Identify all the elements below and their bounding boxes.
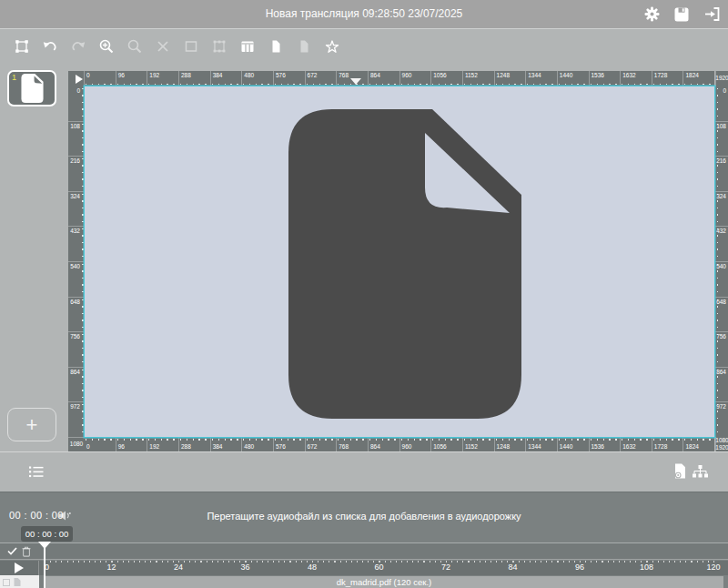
- ruler-origin-corner: [68, 71, 85, 86]
- ruler-segment: 972: [715, 401, 728, 437]
- audio-list-button[interactable]: [29, 466, 44, 478]
- confirm-button[interactable]: [7, 547, 17, 555]
- ruler-label: 288: [181, 444, 191, 451]
- ruler-segment: 540: [68, 261, 85, 297]
- ruler-segment: 1728: [652, 437, 683, 451]
- ruler-ticks: [82, 370, 84, 400]
- redo-arrow-icon: [69, 37, 87, 56]
- ruler-segment: 1056: [430, 71, 462, 86]
- ruler-label: 1248: [497, 73, 510, 79]
- ruler-label: 1920: [715, 76, 728, 82]
- ruler-ticks: [243, 84, 271, 86]
- ruler-segment: 960: [399, 71, 431, 86]
- zoom-out-button[interactable]: [120, 33, 148, 60]
- play-button[interactable]: [0, 561, 39, 575]
- undo-button[interactable]: [35, 33, 64, 60]
- ruler-ticks: [717, 404, 719, 435]
- horizontal-ruler-top[interactable]: 0961922883844805766727688649601056115212…: [85, 71, 714, 86]
- ruler-segment: 1152: [462, 71, 494, 86]
- title-bar: Новая трансляция 09:28:50 23/07/2025: [0, 0, 728, 29]
- ruler-label: 384: [213, 444, 223, 451]
- save-button[interactable]: [672, 5, 691, 24]
- ruler-ticks: [717, 124, 719, 155]
- ruler-segment: 1056: [430, 437, 462, 451]
- copy-document-icon: [267, 37, 285, 56]
- timeline-ruler[interactable]: 01224364860728496108120: [39, 561, 728, 575]
- volume-button[interactable]: [58, 510, 72, 522]
- ruler-label: 480: [244, 444, 254, 451]
- timeline-second-label: 96: [575, 563, 584, 572]
- pdf-track[interactable]: dk_madrid.pdf (120 сек.): [45, 576, 723, 588]
- undo-arrow-icon: [41, 37, 59, 56]
- ruler-label: 1080: [70, 441, 83, 448]
- ruler-ticks: [369, 84, 398, 86]
- window-title: Новая трансляция 09:28:50 23/07/2025: [0, 0, 728, 28]
- ruler-segment: 96: [116, 437, 147, 451]
- ruler-ticks: [496, 439, 524, 441]
- delete-track-button[interactable]: [22, 546, 31, 557]
- file-settings-button[interactable]: [674, 463, 686, 479]
- ruler-ticks: [401, 84, 430, 86]
- ruler-segment: 648: [68, 297, 85, 332]
- ruler-segment: 288: [178, 71, 210, 86]
- rectangle-button[interactable]: [177, 33, 205, 60]
- timeline-second-label: 48: [308, 563, 317, 572]
- favorite-button[interactable]: [318, 33, 346, 60]
- settings-button[interactable]: [642, 5, 661, 24]
- ruler-segment: 384: [210, 437, 242, 451]
- ruler-ticks: [86, 439, 114, 441]
- ruler-ticks: [275, 84, 303, 86]
- ruler-segment: 1632: [620, 437, 652, 451]
- ruler-ticks: [338, 439, 366, 441]
- ruler-segment: 864: [368, 71, 399, 86]
- structure-button[interactable]: [693, 465, 708, 478]
- horizontal-ruler-bottom[interactable]: 0961922883844805766727688649601056115212…: [85, 437, 714, 451]
- page-icon: [14, 578, 21, 586]
- slide-canvas[interactable]: [85, 86, 714, 437]
- ruler-label: 0: [723, 88, 726, 95]
- zoom-in-button[interactable]: [92, 33, 120, 60]
- exit-button[interactable]: [703, 5, 721, 24]
- copy-button[interactable]: [261, 33, 289, 60]
- ruler-segment: 1536: [589, 437, 621, 451]
- ruler-ticks: [622, 84, 650, 86]
- ruler-label: 972: [70, 404, 80, 411]
- ruler-segment: 108: [715, 121, 728, 157]
- ruler-segment: 1344: [525, 437, 557, 451]
- paste-button[interactable]: [289, 33, 318, 60]
- ruler-label: 1152: [465, 73, 478, 79]
- ruler-segment: 0: [85, 437, 116, 451]
- ruler-segment: 108: [68, 121, 85, 157]
- slide-thumbnail-1[interactable]: 1: [7, 70, 56, 106]
- ruler-label: 768: [339, 444, 349, 451]
- ruler-label: 384: [213, 73, 223, 79]
- playhead-line[interactable]: [44, 548, 46, 588]
- ruler-label: 192: [149, 73, 159, 79]
- ruler-label: 1632: [622, 73, 635, 79]
- crop-button[interactable]: [205, 33, 233, 60]
- ruler-label: 1344: [528, 444, 541, 451]
- ruler-ticks: [148, 439, 177, 441]
- star-icon: [323, 37, 341, 56]
- checkbox-icon[interactable]: [3, 579, 10, 586]
- vertical-ruler-left[interactable]: 0108216324432540648756864972: [68, 86, 85, 437]
- ruler-segment: 1152: [462, 437, 494, 451]
- transform-button[interactable]: [7, 33, 35, 60]
- ruler-label: 1440: [560, 73, 572, 79]
- ruler-segment: 864: [68, 367, 85, 402]
- ruler-ticks: [212, 439, 240, 441]
- add-slide-button[interactable]: +: [7, 408, 56, 441]
- ruler-ticks: [307, 84, 335, 86]
- ruler-label: 192: [149, 444, 159, 451]
- ruler-segment: 192: [147, 437, 178, 451]
- ruler-segment: 756: [715, 331, 728, 367]
- ruler-segment: 480: [241, 71, 273, 86]
- ruler-segment: 1824: [682, 71, 714, 86]
- ruler-ticks: [82, 88, 84, 119]
- ruler-label: 1728: [654, 444, 667, 451]
- table-button[interactable]: [233, 33, 261, 60]
- redo-button[interactable]: [64, 33, 92, 60]
- vertical-ruler-right[interactable]: 0108216324432540648756864972: [715, 86, 728, 437]
- delete-button[interactable]: [148, 33, 177, 60]
- ruler-label: 648: [70, 299, 80, 306]
